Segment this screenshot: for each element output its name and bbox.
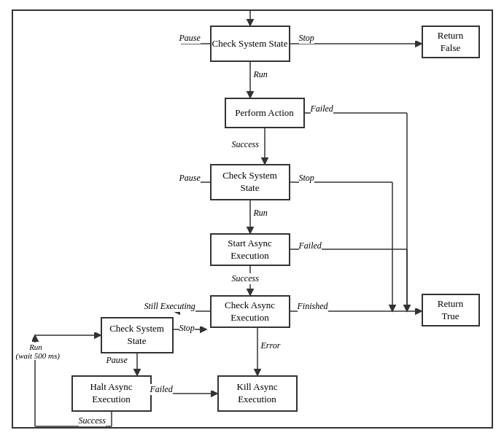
check-system-state-3: Check SystemState [101,317,174,353]
label-still-executing: Still Executing [144,301,195,312]
label-success-2: Success [232,273,259,284]
label-success-3: Success [79,415,106,426]
label-failed-1: Failed [311,103,333,114]
halt-async-execution: Halt AsyncExecution [71,375,152,412]
arrows-svg [13,11,492,427]
label-run-wait: Run(wait 500 ms) [16,343,56,360]
label-error: Error [261,340,281,351]
label-finished: Finished [298,301,328,312]
label-success-1: Success [232,139,259,150]
label-pause-2: Pause [179,173,201,184]
label-pause-1: Pause [179,33,201,44]
perform-action: Perform Action [225,98,305,128]
check-system-state-2: Check SystemState [210,164,290,200]
label-run-1: Run [254,69,268,80]
label-pause-3: Pause [106,355,128,366]
label-failed-2: Failed [299,240,322,251]
check-system-state-1: Check System State [210,26,290,62]
diagram-container: Check System State Perform Action Check … [12,9,493,429]
return-false: ReturnFalse [422,26,480,58]
return-true: ReturnTrue [422,294,480,326]
start-async-execution: Start AsyncExecution [210,233,290,266]
label-stop-2: Stop [299,173,314,184]
label-run-2: Run [254,208,268,219]
check-async-execution: Check AsyncExecution [210,295,290,328]
kill-async-execution: Kill AsyncExecution [217,375,298,412]
label-stop-1: Stop [299,33,314,44]
label-failed-3: Failed [150,384,173,395]
label-stop-3: Stop [179,323,195,334]
